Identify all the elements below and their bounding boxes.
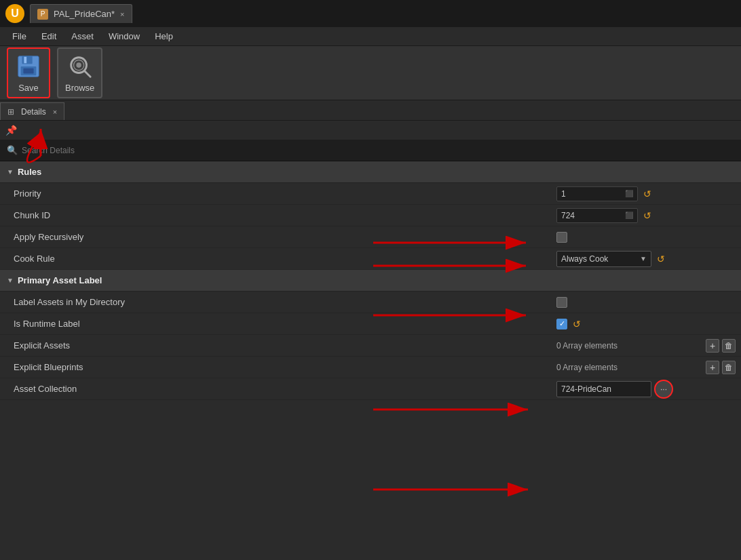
pin-area: 📌 <box>0 121 741 140</box>
apply-recursively-label: Apply Recursively <box>0 232 551 242</box>
primary-asset-label-collapse-arrow: ▼ <box>7 277 14 284</box>
priority-input-arrow: ⬛ <box>625 190 633 197</box>
priority-reset-btn[interactable]: ↺ <box>642 187 653 201</box>
chunk-id-value: 724 <box>561 211 575 220</box>
explicit-blueprints-label: Explicit Blueprints <box>0 362 551 372</box>
save-label: Save <box>18 83 39 93</box>
svg-rect-2 <box>24 57 26 64</box>
cook-rule-value: Always Cook <box>561 254 608 264</box>
browse-label: Browse <box>65 83 94 93</box>
asset-collection-field[interactable]: 724-PrideCan <box>556 381 651 397</box>
label-assets-row: Label Assets in My Directory <box>0 292 741 313</box>
asset-collection-value: 724-PrideCan <box>561 384 611 394</box>
ue-logo: U <box>5 4 24 23</box>
menu-file[interactable]: File <box>5 28 33 44</box>
asset-collection-label: Asset Collection <box>0 384 551 394</box>
svg-rect-1 <box>22 56 33 64</box>
chunk-id-reset-btn[interactable]: ↺ <box>642 209 653 222</box>
panel-tabs: ⊞ Details × <box>0 100 741 121</box>
menu-window[interactable]: Window <box>102 28 147 44</box>
svg-point-8 <box>76 62 81 68</box>
is-runtime-label-reset-btn[interactable]: ↺ <box>571 317 582 331</box>
cook-rule-dropdown-arrow: ▼ <box>640 255 647 262</box>
browse-icon <box>66 53 94 80</box>
chunk-id-row: Chunk ID 724 ⬛ ↺ <box>0 205 741 226</box>
explicit-assets-count: 0 Array elements <box>556 341 703 351</box>
asset-collection-row: Asset Collection 724-PrideCan ··· <box>0 378 741 400</box>
cook-rule-value-area: Always Cook ▼ ↺ <box>551 251 741 267</box>
rules-section-title: Rules <box>18 167 41 177</box>
rules-collapse-arrow: ▼ <box>7 168 14 176</box>
details-tab-label: Details <box>21 107 46 117</box>
toolbar: Save Browse <box>0 46 741 100</box>
label-assets-label: Label Assets in My Directory <box>0 297 551 307</box>
browse-button[interactable]: Browse <box>57 47 102 98</box>
details-tab-icon: ⊞ <box>7 107 17 117</box>
priority-row: Priority 1 ⬛ ↺ <box>0 183 741 205</box>
rules-section-header[interactable]: ▼ Rules <box>0 161 741 183</box>
primary-asset-label-section-title: Primary Asset Label <box>18 275 102 285</box>
search-input[interactable] <box>22 146 734 155</box>
menu-asset[interactable]: Asset <box>64 28 100 44</box>
chunk-id-input-arrow: ⬛ <box>625 212 633 219</box>
priority-label: Priority <box>0 188 551 199</box>
cook-rule-reset-btn[interactable]: ↺ <box>656 252 666 266</box>
explicit-assets-row: Explicit Assets 0 Array elements + 🗑 <box>0 335 741 357</box>
explicit-blueprints-value-area: 0 Array elements + 🗑 <box>551 361 741 374</box>
search-bar: 🔍 <box>0 140 741 161</box>
save-button[interactable]: Save <box>7 47 50 98</box>
menu-bar: File Edit Asset Window Help <box>0 27 741 46</box>
explicit-assets-delete-btn[interactable]: 🗑 <box>722 339 736 353</box>
apply-recursively-row: Apply Recursively <box>0 226 741 248</box>
search-magnifier-icon: 🔍 <box>7 145 18 155</box>
ellipsis-icon: ··· <box>660 384 667 394</box>
explicit-blueprints-count: 0 Array elements <box>556 363 703 372</box>
label-assets-checkbox[interactable] <box>556 297 567 308</box>
explicit-blueprints-row: Explicit Blueprints 0 Array elements + 🗑 <box>0 357 741 378</box>
priority-value-area: 1 ⬛ ↺ <box>551 186 741 201</box>
asset-collection-value-area: 724-PrideCan ··· <box>551 380 741 399</box>
chunk-id-label: Chunk ID <box>0 210 551 220</box>
title-bar: U P PAL_PrideCan* × <box>0 0 741 27</box>
apply-recursively-checkbox[interactable] <box>556 232 567 243</box>
explicit-assets-label: Explicit Assets <box>0 340 551 351</box>
details-tab-close[interactable]: × <box>53 108 57 116</box>
asset-collection-browse-btn[interactable]: ··· <box>654 380 673 399</box>
explicit-blueprints-add-btn[interactable]: + <box>706 361 719 374</box>
svg-line-7 <box>84 71 90 77</box>
is-runtime-label-checkbox[interactable]: ✓ <box>556 319 567 329</box>
menu-help[interactable]: Help <box>148 28 180 44</box>
priority-value: 1 <box>561 189 566 199</box>
is-runtime-label-value-area: ✓ ↺ <box>551 317 741 331</box>
details-tab[interactable]: ⊞ Details × <box>0 102 64 120</box>
properties-panel: ▼ Rules Priority 1 ⬛ ↺ Chunk ID 724 ⬛ <box>0 161 741 560</box>
pin-icon: 📌 <box>5 125 17 136</box>
chunk-id-value-area: 724 ⬛ ↺ <box>551 208 741 223</box>
cook-rule-row: Cook Rule Always Cook ▼ ↺ <box>0 248 741 270</box>
tab-label: PAL_PrideCan* <box>54 9 115 19</box>
tab-icon: P <box>37 9 48 20</box>
label-assets-value-area <box>551 297 741 308</box>
apply-recursively-value-area <box>551 232 741 243</box>
main-content: ⊞ Details × 📌 🔍 ▼ Rules Priority 1 ⬛ ↺ <box>0 100 741 560</box>
cook-rule-dropdown[interactable]: Always Cook ▼ <box>556 251 651 267</box>
is-runtime-label-label: Is Runtime Label <box>0 319 551 329</box>
chunk-id-input[interactable]: 724 ⬛ <box>556 208 638 223</box>
tab-pal-pridecan[interactable]: P PAL_PrideCan* × <box>30 4 132 23</box>
explicit-blueprints-delete-btn[interactable]: 🗑 <box>722 361 736 374</box>
tab-close-btn[interactable]: × <box>120 10 124 18</box>
is-runtime-label-row: Is Runtime Label ✓ ↺ <box>0 313 741 335</box>
priority-input[interactable]: 1 ⬛ <box>556 186 638 201</box>
svg-rect-4 <box>23 68 33 74</box>
primary-asset-label-section-header[interactable]: ▼ Primary Asset Label <box>0 270 741 292</box>
explicit-assets-add-btn[interactable]: + <box>706 339 719 353</box>
menu-edit[interactable]: Edit <box>35 28 63 44</box>
explicit-assets-value-area: 0 Array elements + 🗑 <box>551 339 741 353</box>
cook-rule-label: Cook Rule <box>0 254 551 264</box>
save-icon <box>15 53 42 80</box>
